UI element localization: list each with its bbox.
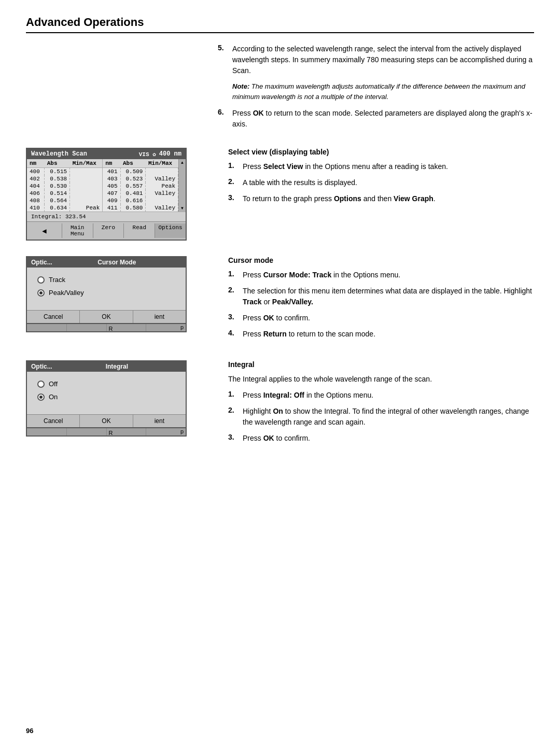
cell-abs1: 0.515 xyxy=(45,168,70,176)
main-menu-button[interactable]: MainMenu xyxy=(62,223,93,238)
page-header: Advanced Operations xyxy=(26,16,534,33)
col-abs1: Abs xyxy=(45,159,70,168)
step-5: 5. According to the selected wavelength … xyxy=(218,44,534,76)
table-row: 402 0.538 403 0.523 Valley xyxy=(27,175,178,182)
step-5-text: According to the selected wavelength ran… xyxy=(232,44,534,76)
cell-abs1: 0.538 xyxy=(45,175,70,182)
cell-nm2: 405 xyxy=(103,182,120,190)
nm-label: 400 nm xyxy=(159,150,181,158)
cm-step3-bold: OK xyxy=(263,314,274,322)
integral-ok-button[interactable]: OK xyxy=(80,415,133,427)
integral-dialog-footer[interactable]: Cancel OK ient xyxy=(27,414,186,427)
cursor-dialog-title: Cursor Mode xyxy=(52,259,181,266)
cursor-peakvalley-option[interactable]: Peak/Valley xyxy=(37,289,175,297)
integral-on-option[interactable]: On xyxy=(37,393,175,401)
wavelength-scan-section: Wavelength Scan VIS ✿ 400 nm xyxy=(26,148,534,241)
step-5-num: 5. xyxy=(218,44,228,52)
int-step1-bold: Integral: Off xyxy=(263,391,304,399)
sv-step2-num: 2. xyxy=(228,177,239,186)
cursor-track-radio[interactable] xyxy=(37,276,45,284)
cell-nm1: 406 xyxy=(27,190,45,197)
sv-step3-num: 3. xyxy=(228,193,239,202)
scroll-indicator[interactable]: ▲ ▼ xyxy=(178,159,186,212)
read-button[interactable]: Read xyxy=(124,223,155,238)
cm-step3-num: 3. xyxy=(228,313,239,321)
cursor-bottom-strip: R p xyxy=(26,324,187,332)
cursor-mode-right: Cursor mode 1. Press Cursor Mode: Track … xyxy=(228,256,534,345)
integral-section: Optic... Integral Off On xyxy=(26,360,534,449)
cell-abs1: 0.530 xyxy=(45,182,70,190)
note-label: Note: xyxy=(232,82,249,90)
integral-off-radio[interactable] xyxy=(37,381,45,388)
integral-cancel-button[interactable]: Cancel xyxy=(27,415,80,427)
cell-mm1 xyxy=(70,190,103,197)
cell-nm1: 400 xyxy=(27,168,45,176)
table-row: 406 0.514 407 0.481 Valley xyxy=(27,190,178,197)
page: Advanced Operations 5. According to the … xyxy=(0,0,560,745)
int-step2: 2. Highlight On to show the Integral. To… xyxy=(228,406,534,428)
screen-table: nm Abs Min/Max nm Abs Min/Max xyxy=(27,159,178,212)
cursor-ok-button[interactable]: OK xyxy=(80,311,133,323)
integral-dialog: Optic... Integral Off On xyxy=(26,360,187,428)
select-view-step1: 1. Press Select View in the Options menu… xyxy=(228,161,534,172)
step-6-bold: OK xyxy=(253,109,264,117)
int-bottom-right-label: p xyxy=(180,428,186,434)
cursor-cancel-button[interactable]: Cancel xyxy=(27,311,80,323)
table-with-scroll: nm Abs Min/Max nm Abs Min/Max xyxy=(27,159,186,212)
cursor-dialog-footer[interactable]: Cancel OK ient xyxy=(27,310,186,323)
sv-step2-text: A table with the results is displayed. xyxy=(243,177,534,188)
back-button[interactable]: ◀ xyxy=(27,223,62,238)
cell-nm2: 401 xyxy=(103,168,120,176)
integral-dialog-title: Integral xyxy=(52,363,181,370)
strip-seg1 xyxy=(27,324,67,331)
bottom-left-label: R xyxy=(107,326,113,332)
strip-seg2 xyxy=(67,324,107,331)
sv-step1-text: Press Select View in the Options menu af… xyxy=(243,161,534,172)
integral-off-option[interactable]: Off xyxy=(37,380,175,388)
cm-step3-text: Press OK to confirm. xyxy=(243,313,534,324)
note-text: Note: The maximum wavelength adjusts aut… xyxy=(232,81,534,102)
cell-mm2: Valley xyxy=(146,204,178,212)
page-title: Advanced Operations xyxy=(26,16,144,29)
scroll-up-arrow[interactable]: ▲ xyxy=(181,160,184,165)
integral-on-radio[interactable] xyxy=(37,393,45,401)
table-row: 404 0.530 405 0.557 Peak xyxy=(27,182,178,190)
intro-section: 5. According to the selected wavelength … xyxy=(26,44,534,135)
options-button[interactable]: Options xyxy=(155,223,186,238)
cell-mm2 xyxy=(146,197,178,204)
cell-mm1 xyxy=(70,168,103,176)
integral-off-label: Off xyxy=(49,380,58,388)
cell-mm2: Peak xyxy=(146,182,178,190)
zero-button[interactable]: Zero xyxy=(93,223,124,238)
cursor-peakvalley-radio[interactable] xyxy=(37,289,45,297)
cell-abs1: 0.564 xyxy=(45,197,70,204)
integral-dialog-left: Optic... Integral Off On xyxy=(26,360,213,437)
step-6-num: 6. xyxy=(218,108,228,116)
int-step2-num: 2. xyxy=(228,406,239,414)
select-view-step2: 2. A table with the results is displayed… xyxy=(228,177,534,188)
cm-step2-bold1: Track xyxy=(243,298,262,306)
cell-nm1: 408 xyxy=(27,197,45,204)
scroll-down-arrow[interactable]: ▼ xyxy=(181,206,184,210)
cursor-dialog: Optic... Cursor Mode Track Peak/Valley xyxy=(26,256,187,324)
cursor-extra-right: ient xyxy=(133,311,186,323)
cm-step4: 4. Press Return to return to the scan mo… xyxy=(228,329,534,340)
int-strip-seg4: p xyxy=(146,428,186,435)
int-step1-text: Press Integral: Off in the Options menu. xyxy=(243,390,534,401)
int-step2-text: Highlight On to show the Integral. To fi… xyxy=(243,406,534,428)
cm-step4-bold: Return xyxy=(263,330,287,338)
cell-nm2: 403 xyxy=(103,175,120,182)
int-step3-num: 3. xyxy=(228,433,239,441)
col-mm1: Min/Max xyxy=(70,159,103,168)
cursor-track-option[interactable]: Track xyxy=(37,276,175,284)
screen-header: Wavelength Scan VIS ✿ 400 nm xyxy=(27,149,186,159)
cursor-track-label: Track xyxy=(49,276,65,284)
screen-footer[interactable]: ◀ MainMenu Zero Read Options xyxy=(27,221,186,240)
cell-nm2: 411 xyxy=(103,204,120,212)
sv-step3-bold1: Options xyxy=(334,194,361,203)
table-container: nm Abs Min/Max nm Abs Min/Max xyxy=(27,159,178,212)
integral-extra-right: ient xyxy=(133,415,186,427)
cm-step1-num: 1. xyxy=(228,270,239,278)
sv-step3-text: To return to the graph press Options and… xyxy=(243,193,534,204)
table-row: 408 0.564 409 0.616 xyxy=(27,197,178,204)
